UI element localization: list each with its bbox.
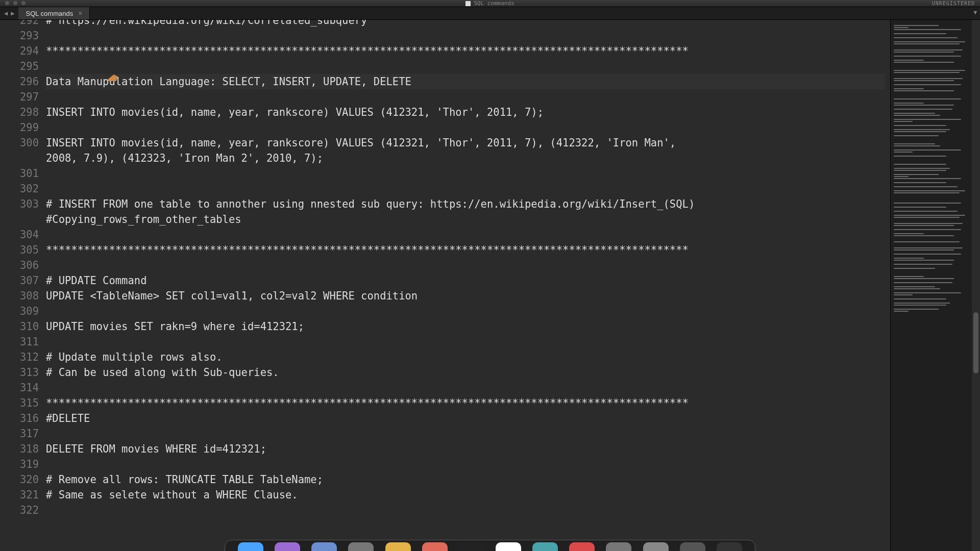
code-line[interactable]: 2008, 7.9), (412323, 'Iron Man 2', 2010,… — [46, 151, 885, 166]
dock-container — [225, 540, 755, 551]
code-line[interactable]: #DELETE — [46, 411, 885, 426]
scrollbar-track[interactable] — [972, 20, 980, 551]
dock-item-app4[interactable] — [385, 542, 411, 551]
code-line[interactable] — [46, 181, 885, 196]
code-line[interactable]: ****************************************… — [46, 43, 885, 59]
code-line[interactable] — [46, 59, 885, 74]
code-content[interactable]: # https://en.wikipedia.org/wiki/Correlat… — [46, 20, 890, 551]
tab-sql-commands[interactable]: SQL commands × — [18, 7, 90, 19]
dock-item-app7[interactable] — [496, 542, 521, 551]
code-line[interactable] — [46, 426, 885, 441]
code-line[interactable]: # INSERT FROM one table to annother usin… — [46, 196, 885, 212]
dock-item-app3[interactable] — [348, 542, 374, 551]
code-line[interactable]: #Copying_rows_from_other_tables — [46, 212, 885, 227]
dock-item-app11[interactable] — [643, 542, 669, 551]
code-line[interactable] — [46, 28, 885, 43]
nav-back-icon[interactable]: ◀ — [4, 10, 8, 17]
dock-item-finder[interactable] — [238, 542, 263, 551]
code-line[interactable] — [46, 258, 885, 273]
code-line[interactable] — [46, 166, 885, 181]
code-editor[interactable]: 2922932942952962972982993003013023033043… — [0, 20, 890, 551]
code-line[interactable] — [46, 227, 885, 242]
code-line[interactable] — [46, 334, 885, 349]
dock-item-app5[interactable] — [422, 542, 448, 551]
dock[interactable] — [225, 540, 755, 551]
code-line[interactable] — [46, 457, 885, 472]
dock-item-app6[interactable] — [459, 542, 484, 551]
dock-item-app2[interactable] — [311, 542, 337, 551]
code-line[interactable]: ****************************************… — [46, 395, 885, 411]
nav-forward-icon[interactable]: ▶ — [11, 10, 14, 17]
code-line[interactable]: INSERT INTO movies(id, name, year, ranks… — [46, 135, 885, 151]
dock-item-app10[interactable] — [606, 542, 631, 551]
window-title: SQL commands — [465, 0, 514, 7]
dock-item-app8[interactable] — [532, 542, 558, 551]
code-line[interactable] — [46, 503, 885, 518]
window-title-text: SQL commands — [474, 0, 514, 7]
code-line[interactable]: DELETE FROM movies WHERE id=412321; — [46, 441, 885, 457]
dock-item-app13[interactable] — [717, 542, 742, 551]
code-line[interactable] — [46, 89, 885, 105]
minimize-window-icon[interactable] — [13, 1, 17, 5]
dock-item-app12[interactable] — [680, 542, 705, 551]
code-line[interactable]: INSERT INTO movies(id, name, year, ranks… — [46, 105, 885, 120]
tab-bar: ◀ ▶ SQL commands × ▼ — [0, 7, 980, 20]
code-line[interactable]: # Remove all rows: TRUNCATE TABLE TableN… — [46, 472, 885, 487]
code-line[interactable] — [46, 120, 885, 135]
tab-label: SQL commands — [26, 10, 73, 17]
minimap[interactable] — [890, 20, 972, 551]
code-line[interactable]: # Same as selete without a WHERE Clause. — [46, 487, 885, 503]
editor-main: 2922932942952962972982993003013023033043… — [0, 20, 980, 551]
code-line[interactable]: # Can be used along with Sub-queries. — [46, 365, 885, 380]
code-line[interactable]: Data Manupulation Language: SELECT, INSE… — [46, 74, 885, 89]
dock-item-app9[interactable] — [569, 542, 595, 551]
code-line[interactable] — [46, 304, 885, 319]
scrollbar-thumb[interactable] — [973, 312, 978, 373]
tab-dropdown-icon[interactable]: ▼ — [973, 9, 977, 16]
code-line[interactable]: # Update multiple rows also. — [46, 349, 885, 365]
code-line[interactable]: UPDATE <TableName> SET col1=val1, col2=v… — [46, 288, 885, 304]
history-nav: ◀ ▶ — [0, 7, 18, 19]
code-line[interactable] — [46, 380, 885, 395]
code-line[interactable]: ****************************************… — [46, 242, 885, 258]
document-icon — [465, 1, 471, 6]
window-titlebar: SQL commands UNREGISTERED — [0, 0, 980, 7]
zoom-window-icon[interactable] — [21, 1, 26, 5]
license-status: UNREGISTERED — [932, 1, 975, 6]
code-line[interactable]: UPDATE movies SET rakn=9 where id=412321… — [46, 319, 885, 334]
code-line[interactable]: # https://en.wikipedia.org/wiki/Correlat… — [46, 20, 885, 28]
close-window-icon[interactable] — [5, 1, 9, 5]
close-tab-icon[interactable]: × — [78, 9, 82, 17]
dock-item-app1[interactable] — [275, 542, 300, 551]
line-number-gutter: 2922932942952962972982993003013023033043… — [0, 20, 46, 551]
code-line[interactable]: # UPDATE Command — [46, 273, 885, 288]
traffic-lights[interactable] — [5, 1, 26, 5]
